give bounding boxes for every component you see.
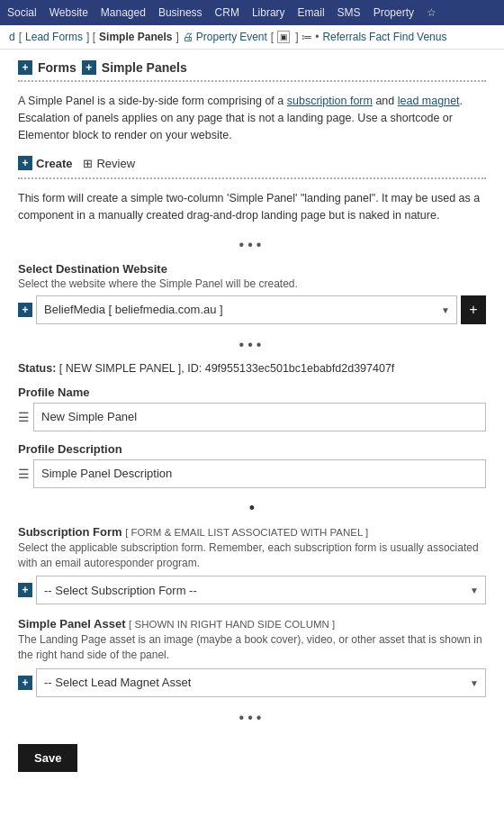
simple-panel-asset-title: Simple Panel Asset [ SHOWN IN RIGHT HAND…	[18, 617, 486, 631]
profile-name-row: ☰	[18, 403, 486, 431]
simple-panels-plus-icon[interactable]: +	[82, 60, 96, 75]
nav-item-library[interactable]: Library	[252, 6, 285, 19]
create-plus-icon: +	[18, 156, 32, 170]
tabs-row: + Create ⊞ Review	[18, 156, 486, 170]
profile-name-hamburger-icon[interactable]: ☰	[18, 410, 30, 424]
tab-review[interactable]: ⊞ Review	[83, 157, 135, 170]
profile-description-hamburger-icon[interactable]: ☰	[18, 467, 30, 481]
simple-panel-asset-tag: [ SHOWN IN RIGHT HAND SIDE COLUMN ]	[129, 619, 335, 630]
profile-description-group: Profile Description ☰	[18, 442, 486, 488]
top-nav: Social Website Managed Business CRM Libr…	[0, 0, 504, 25]
tab-create-label: Create	[36, 157, 72, 170]
profile-description-input[interactable]	[33, 459, 486, 488]
destination-select-row: + BeliefMedia [ beliefmedia.com.au ] +	[18, 295, 486, 324]
destination-website-section: Select Destination Website Select the we…	[18, 262, 486, 324]
simple-panel-asset-section: Simple Panel Asset [ SHOWN IN RIGHT HAND…	[18, 617, 486, 697]
simple-panel-asset-label: Simple Panel Asset	[18, 617, 125, 631]
tab-review-label: Review	[96, 157, 135, 170]
lead-magnet-link[interactable]: lead magnet	[398, 95, 460, 107]
nav-item-crm[interactable]: CRM	[215, 6, 239, 19]
subscription-form-tag: [ FORM & EMAIL LIST ASSOCIATED WITH PANE…	[125, 527, 368, 538]
subscription-form-label: Subscription Form	[18, 525, 122, 539]
profile-description-label: Profile Description	[18, 442, 486, 456]
subscription-form-section: Subscription Form [ FORM & EMAIL LIST AS…	[18, 525, 486, 605]
forms-label: Forms	[38, 60, 76, 75]
destination-select[interactable]: BeliefMedia [ beliefmedia.com.au ]	[36, 295, 457, 324]
ellipsis-3: •••	[18, 710, 486, 726]
nav-item-property[interactable]: Property	[374, 6, 414, 19]
subscription-form-select[interactable]: -- Select Subscription Form --	[36, 576, 486, 604]
subscription-select-wrapper: -- Select Subscription Form --	[36, 576, 486, 604]
destination-label: Select Destination Website	[18, 262, 486, 276]
section-header: + Forms + Simple Panels	[18, 60, 486, 75]
breadcrumb-box-icon[interactable]: ▣	[277, 31, 290, 43]
subscription-plus-icon[interactable]: +	[18, 583, 32, 597]
destination-select-wrapper: BeliefMedia [ beliefmedia.com.au ]	[36, 295, 457, 324]
profile-name-input[interactable]	[33, 403, 486, 431]
subscription-form-row: + -- Select Subscription Form --	[18, 576, 486, 604]
breadcrumb-venus[interactable]: Venus	[417, 31, 446, 43]
ellipsis-1: •••	[18, 237, 486, 253]
subscription-form-link[interactable]: subscription form	[287, 95, 373, 107]
tab-create[interactable]: + Create	[18, 156, 72, 170]
simple-panels-label: Simple Panels	[102, 60, 187, 75]
breadcrumb-fact-find[interactable]: Fact Find	[369, 31, 414, 43]
nav-item-managed[interactable]: Managed	[101, 6, 146, 19]
subscription-form-title: Subscription Form [ FORM & EMAIL LIST AS…	[18, 525, 486, 539]
breadcrumb-item-d[interactable]: d	[9, 31, 15, 43]
intro-description: A Simple Panel is a side-by-side form co…	[18, 93, 486, 143]
profile-name-group: Profile Name ☰	[18, 386, 486, 431]
dot-separator: •	[18, 499, 486, 518]
destination-plus-icon[interactable]: +	[18, 303, 32, 317]
lead-magnet-select[interactable]: -- Select Lead Magnet Asset	[36, 668, 486, 697]
divider-1	[18, 80, 486, 82]
breadcrumb-simple-panels: Simple Panels	[99, 31, 172, 43]
review-icon: ⊞	[83, 157, 93, 170]
destination-add-button[interactable]: +	[461, 295, 486, 324]
breadcrumb-lead-forms[interactable]: Lead Forms	[25, 31, 83, 43]
breadcrumb-referrals[interactable]: Referrals	[322, 31, 366, 43]
ellipsis-2: •••	[18, 337, 486, 353]
subscription-form-desc: Select the applicable subscription form.…	[18, 540, 486, 571]
profile-description-row: ☰	[18, 459, 486, 488]
simple-panel-asset-desc: The Landing Page asset is an image (mayb…	[18, 632, 486, 663]
breadcrumb-event[interactable]: Event	[239, 31, 267, 43]
status-value: [ NEW SIMPLE PANEL ], ID: 49f955133ec501…	[59, 362, 394, 375]
nav-item-sms[interactable]: SMS	[338, 6, 361, 19]
form-description: This form will create a simple two-colum…	[18, 190, 486, 224]
nav-item-website[interactable]: Website	[50, 6, 88, 19]
nav-item-star[interactable]: ☆	[427, 6, 436, 19]
breadcrumb-property[interactable]: Property	[196, 31, 237, 43]
destination-sublabel: Select the website where the Simple Pane…	[18, 277, 486, 290]
forms-plus-icon[interactable]: +	[18, 60, 32, 75]
lead-magnet-select-wrapper: -- Select Lead Magnet Asset	[36, 668, 486, 697]
lead-magnet-row: + -- Select Lead Magnet Asset	[18, 668, 486, 697]
save-button[interactable]: Save	[18, 744, 77, 772]
nav-item-social[interactable]: Social	[7, 6, 37, 19]
lead-magnet-plus-icon[interactable]: +	[18, 676, 32, 690]
status-bar: Status: [ NEW SIMPLE PANEL ], ID: 49f955…	[18, 362, 486, 375]
nav-item-email[interactable]: Email	[298, 6, 325, 19]
main-content: + Forms + Simple Panels A Simple Panel i…	[0, 50, 504, 799]
divider-2	[18, 177, 486, 179]
breadcrumb: d [ Lead Forms ] [ Simple Panels ] 🖨 Pro…	[0, 25, 504, 50]
nav-item-business[interactable]: Business	[158, 6, 202, 19]
status-label: Status:	[18, 362, 56, 375]
profile-name-label: Profile Name	[18, 386, 486, 399]
breadcrumb-print-icon[interactable]: 🖨	[183, 31, 194, 43]
